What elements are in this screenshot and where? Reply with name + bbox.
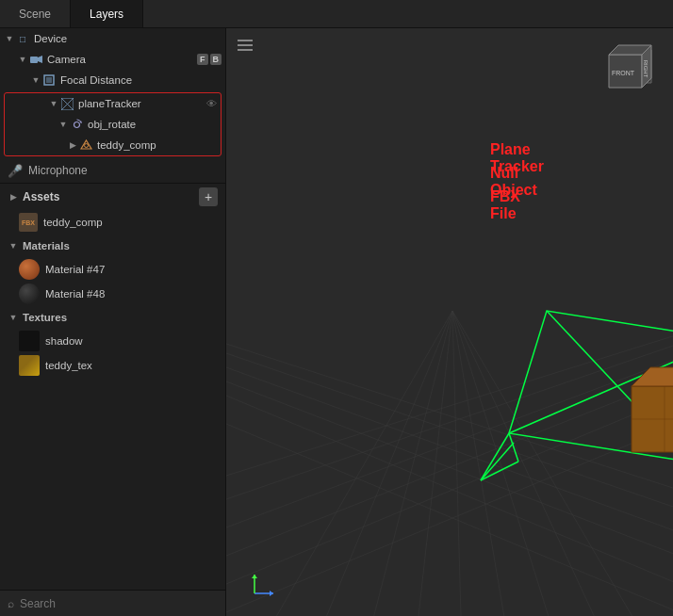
- asset-item-teddycomp[interactable]: FBX teddy_comp: [0, 210, 225, 235]
- arrow-camera: ▼: [17, 55, 28, 64]
- texture-thumb-shadow: [19, 331, 40, 351]
- material-item-47[interactable]: Material #47: [0, 257, 225, 282]
- scene-tree-scroll[interactable]: ▼ □ Device ▼ Camera F B ▼: [0, 28, 225, 590]
- assets-title: Assets: [23, 190, 199, 203]
- search-icon: ⌕: [8, 597, 14, 610]
- arrow-objrotate: ▼: [57, 120, 69, 129]
- search-bar: ⌕: [0, 590, 225, 616]
- tree-item-objrotate[interactable]: ▼ obj_rotate: [5, 114, 221, 135]
- material-thumb-48: [19, 284, 40, 304]
- arrow-planetracker: ▼: [48, 99, 59, 108]
- texture-label-teddytex: teddy_tex: [45, 360, 225, 371]
- tree-item-focal[interactable]: ▼ Focal Distance: [0, 70, 225, 90]
- material-label-48: Material #48: [45, 288, 225, 300]
- arrow-device: ▼: [4, 34, 15, 43]
- asset-label-teddycomp: teddy_comp: [43, 217, 225, 228]
- svg-marker-1: [38, 56, 42, 63]
- hamburger-menu[interactable]: [234, 36, 256, 55]
- svg-text:FRONT: FRONT: [612, 70, 635, 76]
- badge-f: F: [197, 54, 208, 65]
- svg-point-7: [74, 122, 79, 127]
- label-camera: Camera: [47, 54, 197, 65]
- icon-objrotate: [69, 117, 84, 132]
- svg-rect-0: [30, 57, 38, 63]
- assets-section: ▶ Assets + FBX teddy_comp: [0, 183, 225, 235]
- mic-icon: 🎤: [8, 164, 23, 178]
- materials-section: ▼ Materials Material #47 Material #48: [0, 235, 225, 306]
- camera-badges: F B: [197, 54, 222, 65]
- tab-layers[interactable]: Layers: [71, 0, 143, 27]
- textures-title: Textures: [23, 312, 67, 323]
- icon-teddycomp: [78, 138, 93, 153]
- left-panel: ▼ □ Device ▼ Camera F B ▼: [0, 28, 226, 616]
- textures-section: ▼ Textures shadow teddy_tex: [0, 306, 225, 378]
- label-planetracker: planeTracker: [78, 98, 206, 109]
- viewport-grid: [226, 28, 673, 616]
- microphone-label: Microphone: [28, 164, 88, 177]
- label-focal: Focal Distance: [60, 74, 222, 86]
- textures-header[interactable]: ▼ Textures: [0, 306, 225, 329]
- label-device: Device: [34, 33, 222, 44]
- material-item-48[interactable]: Material #48: [0, 282, 225, 306]
- texture-item-teddytex[interactable]: teddy_tex: [0, 353, 225, 378]
- badge-b: B: [210, 54, 222, 65]
- 3d-box: [632, 367, 673, 452]
- svg-point-10: [84, 143, 88, 147]
- arrow-teddycomp: ▶: [67, 140, 78, 150]
- arrow-assets: ▶: [8, 192, 19, 202]
- highlighted-group: ▼ planeTracker 👁 ▼ obj_rotate: [4, 92, 222, 156]
- top-tabs: Scene Layers: [0, 0, 673, 28]
- tree-item-camera[interactable]: ▼ Camera F B: [0, 49, 225, 70]
- materials-title: Materials: [23, 240, 70, 251]
- material-thumb-47: [19, 259, 40, 280]
- asset-thumb-teddycomp: FBX: [19, 213, 38, 232]
- arrow-textures: ▼: [8, 313, 19, 322]
- svg-text:RIGHT: RIGHT: [643, 60, 648, 78]
- assets-header[interactable]: ▶ Assets +: [0, 184, 225, 210]
- search-input[interactable]: [20, 597, 218, 610]
- nav-cube[interactable]: FRONT RIGHT: [604, 36, 665, 97]
- icon-focal: [41, 73, 57, 88]
- texture-label-shadow: shadow: [45, 335, 225, 347]
- label-teddycomp: teddy_comp: [97, 139, 217, 151]
- icon-planetracker: [59, 96, 74, 111]
- tab-scene[interactable]: Scene: [0, 0, 71, 27]
- arrow-materials: ▼: [8, 241, 19, 251]
- main-layout: ▼ □ Device ▼ Camera F B ▼: [0, 28, 673, 616]
- label-objrotate: obj_rotate: [88, 119, 217, 130]
- texture-item-shadow[interactable]: shadow: [0, 329, 225, 353]
- tree-item-device[interactable]: ▼ □ Device: [0, 28, 225, 49]
- arrow-focal: ▼: [30, 75, 41, 85]
- tree-item-planetracker[interactable]: ▼ planeTracker 👁: [5, 93, 221, 114]
- add-asset-button[interactable]: +: [199, 187, 218, 206]
- material-label-47: Material #47: [45, 264, 225, 275]
- icon-device: □: [15, 31, 30, 46]
- icon-camera: [28, 52, 43, 67]
- texture-thumb-teddytex: [19, 355, 40, 376]
- planetracker-eye-icon: 👁: [206, 98, 217, 109]
- tree-item-teddycomp[interactable]: ▶ teddy_comp: [5, 135, 221, 155]
- svg-rect-3: [46, 77, 52, 83]
- microphone-item[interactable]: 🎤 Microphone: [0, 158, 225, 183]
- materials-header[interactable]: ▼ Materials: [0, 235, 225, 257]
- viewport: FRONT RIGHT Plane Tracker Null Object FB…: [226, 28, 673, 616]
